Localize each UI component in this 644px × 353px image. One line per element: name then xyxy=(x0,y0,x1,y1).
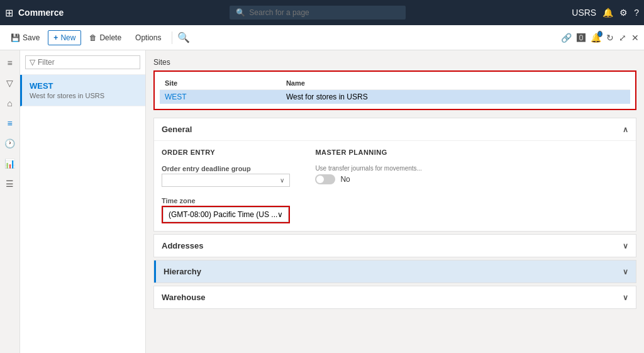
left-icon-bar: ≡ ▽ ⌂ ≡ 🕐 📊 ☰ xyxy=(0,50,20,353)
list-icon[interactable]: ≡ xyxy=(4,116,14,131)
deadline-chevron: ∨ xyxy=(280,177,284,184)
options-button[interactable]: Options xyxy=(130,30,167,45)
nav-right: USRS 🔔 ⚙ ? xyxy=(572,8,639,18)
office-icon[interactable]: 🅾 xyxy=(577,33,586,43)
warehouse-chevron: ∨ xyxy=(623,293,628,302)
deadline-group-dropdown[interactable]: ∨ xyxy=(162,174,290,187)
timezone-value: (GMT-08:00) Pacific Time (US ... xyxy=(169,210,277,219)
general-section: General ∧ ORDER ENTRY Order entry deadli… xyxy=(153,118,636,232)
general-header[interactable]: General ∧ xyxy=(154,118,636,140)
help-icon[interactable]: ? xyxy=(634,8,639,18)
badge-count: 0 xyxy=(597,31,602,36)
timezone-wrap: (GMT-08:00) Pacific Time (US ... ∨ xyxy=(162,206,290,223)
new-label: New xyxy=(60,33,75,42)
main-layout: ≡ ▽ ⌂ ≡ 🕐 📊 ☰ ▽ WEST West for stores in … xyxy=(0,50,644,353)
home-icon[interactable]: ⌂ xyxy=(4,96,14,111)
grid-icon[interactable]: ⊞ xyxy=(5,7,13,19)
filter-sidebar-icon[interactable]: ▽ xyxy=(4,76,16,91)
options-label: Options xyxy=(135,33,161,42)
refresh-icon[interactable]: ↻ xyxy=(606,33,614,43)
sites-label: Sites xyxy=(153,58,636,67)
plus-icon: + xyxy=(53,33,58,42)
list-item-title: WEST xyxy=(30,81,138,91)
table-row[interactable]: WEST West for stores in USRS xyxy=(160,90,630,104)
content-area: Sites Site Name WEST West for stores in … xyxy=(146,50,644,353)
search-bar[interactable]: 🔍 xyxy=(230,6,406,20)
sites-table-wrap: Site Name WEST West for stores in USRS xyxy=(153,70,636,110)
toggle-text: No xyxy=(340,175,350,184)
master-planning-header: MASTER PLANNING xyxy=(315,148,422,156)
sites-table: Site Name WEST West for stores in USRS xyxy=(160,77,630,104)
top-nav: ⊞ Commerce 🔍 USRS 🔔 ⚙ ? xyxy=(0,0,644,25)
name-cell: West for stores in USRS xyxy=(281,90,630,104)
toolbar-right: 🔗 🅾 🔔0 ↻ ⤢ ✕ xyxy=(561,33,639,43)
list-item-subtitle: West for stores in USRS xyxy=(30,92,138,99)
delete-label: Delete xyxy=(99,33,121,42)
addresses-chevron: ∨ xyxy=(623,242,628,250)
save-label: Save xyxy=(23,33,40,42)
chart-icon[interactable]: 📊 xyxy=(2,156,18,171)
order-entry-header: ORDER ENTRY xyxy=(162,148,290,156)
toolbar-search-icon[interactable]: 🔍 xyxy=(177,31,190,43)
search-input[interactable] xyxy=(249,8,399,17)
filter-input-wrap[interactable]: ▽ xyxy=(25,55,140,69)
delete-icon: 🗑 xyxy=(89,33,97,42)
two-col-layout: ORDER ENTRY Order entry deadline group ∨… xyxy=(162,148,628,223)
addresses-title: Addresses xyxy=(162,241,203,250)
filter-icon: ▽ xyxy=(30,58,35,67)
list-panel: ▽ WEST West for stores in USRS xyxy=(20,50,146,353)
timezone-chevron: ∨ xyxy=(277,210,283,219)
hierarchy-section: Hierarchy ∨ xyxy=(153,260,636,283)
master-planning-group: MASTER PLANNING Use transfer journals fo… xyxy=(315,148,422,223)
site-cell[interactable]: WEST xyxy=(160,90,281,104)
toolbar: 💾 Save + New 🗑 Delete Options 🔍 🔗 🅾 🔔0 ↻… xyxy=(0,25,644,50)
close-icon[interactable]: ✕ xyxy=(631,33,639,43)
save-button[interactable]: 💾 Save xyxy=(5,30,45,45)
addresses-header[interactable]: Addresses ∨ xyxy=(154,235,636,257)
warehouse-header[interactable]: Warehouse ∨ xyxy=(154,286,636,308)
general-content: ORDER ENTRY Order entry deadline group ∨… xyxy=(154,140,636,231)
hierarchy-chevron: ∨ xyxy=(623,267,628,276)
timezone-label: Time zone xyxy=(162,197,290,205)
popout-icon[interactable]: ⤢ xyxy=(619,33,626,43)
clock-icon[interactable]: 🕐 xyxy=(2,136,18,151)
transfer-journals-label: Use transfer journals for movements... xyxy=(315,165,422,172)
hierarchy-header[interactable]: Hierarchy ∨ xyxy=(154,261,636,283)
user-label: USRS xyxy=(572,8,596,18)
addresses-section: Addresses ∨ xyxy=(153,234,636,257)
search-icon: 🔍 xyxy=(236,8,245,17)
nav-left: ⊞ Commerce xyxy=(5,7,64,19)
transfer-journals-toggle[interactable] xyxy=(315,174,335,184)
list-item[interactable]: WEST West for stores in USRS xyxy=(20,75,145,106)
warehouse-section: Warehouse ∨ xyxy=(153,286,636,309)
order-entry-group: ORDER ENTRY Order entry deadline group ∨… xyxy=(162,148,290,223)
col-site: Site xyxy=(160,77,281,90)
general-title: General xyxy=(162,125,192,134)
menu-icon[interactable]: ☰ xyxy=(3,176,16,191)
new-button[interactable]: + New xyxy=(48,30,81,45)
filter-input[interactable] xyxy=(38,58,136,67)
hierarchy-title: Hierarchy xyxy=(164,267,201,276)
save-icon: 💾 xyxy=(11,33,20,42)
hamburger-icon[interactable]: ≡ xyxy=(4,55,14,70)
link-icon[interactable]: 🔗 xyxy=(561,33,572,43)
delete-button[interactable]: 🗑 Delete xyxy=(84,30,127,45)
general-chevron: ∧ xyxy=(623,125,628,134)
toggle-wrap: No xyxy=(315,174,422,184)
timezone-dropdown[interactable]: (GMT-08:00) Pacific Time (US ... ∨ xyxy=(163,207,289,222)
col-name: Name xyxy=(281,77,630,90)
notification-area[interactable]: 🔔0 xyxy=(591,33,601,43)
settings-icon[interactable]: ⚙ xyxy=(619,8,628,18)
list-filter: ▽ xyxy=(20,50,145,75)
warehouse-title: Warehouse xyxy=(162,293,206,302)
toolbar-separator xyxy=(172,31,172,44)
deadline-group-label: Order entry deadline group xyxy=(162,165,290,172)
bell-icon[interactable]: 🔔 xyxy=(602,8,613,18)
toggle-knob xyxy=(316,176,324,183)
app-title: Commerce xyxy=(18,8,64,18)
